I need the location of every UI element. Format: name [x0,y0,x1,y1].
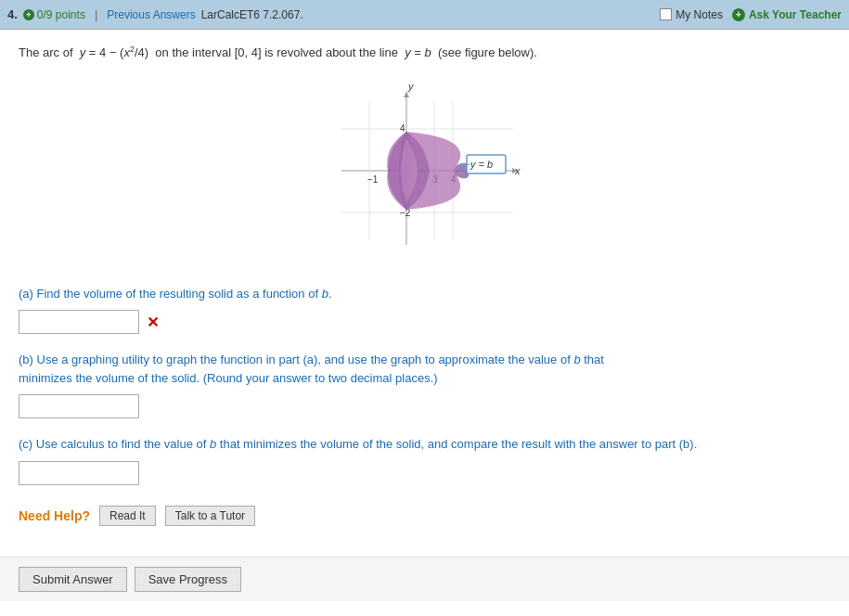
svg-text:y = b: y = b [470,159,493,170]
read-it-button[interactable]: Read It [99,506,156,526]
part-b-letter: (b) [19,353,33,366]
submit-answer-button[interactable]: Submit Answer [19,567,127,592]
part-a-end: . [328,287,332,301]
points-text: 0/9 points [37,8,85,21]
points-badge: + 0/9 points [23,8,85,21]
points-icon: + [23,9,34,20]
part-b-text: Use a graphing utility to graph the func… [19,353,604,385]
prev-answers-link[interactable]: Previous Answers [107,8,195,21]
figure-container: y x 4 −1 3 4 −2 [295,73,555,268]
svg-text:y: y [407,81,415,92]
talk-to-tutor-button[interactable]: Talk to a Tutor [165,506,255,526]
part-a-error-icon: ✕ [147,314,159,331]
svg-text:−1: −1 [367,174,379,185]
part-a-text: Find the volume of the resulting solid a… [37,287,322,301]
svg-marker-15 [404,92,409,97]
ask-teacher-button[interactable]: + Ask Your Teacher [732,8,842,21]
separator: | [95,7,97,21]
notes-label: My Notes [675,8,723,21]
part-c-label: (c) Use calculus to find the value of b … [19,435,830,454]
footer-section: Submit Answer Save Progress [0,557,849,601]
ask-teacher-icon: + [732,8,745,21]
notes-checkbox[interactable] [660,8,672,20]
problem-statement: The arc of y = 4 − (x2/4) on the interva… [19,44,830,62]
need-help-label: Need Help? [19,508,90,523]
my-notes-button[interactable]: My Notes [660,8,723,21]
save-progress-button[interactable]: Save Progress [135,567,241,592]
part-a-letter: (a) [19,287,33,301]
svg-text:4: 4 [400,123,405,134]
header-bar: 4. + 0/9 points | Previous Answers LarCa… [0,0,849,30]
part-b-input[interactable] [19,394,139,418]
header-left: 4. + 0/9 points | Previous Answers LarCa… [7,7,660,21]
textbook-ref: LarCalcET6 7.2.067. [201,8,303,21]
part-a-italic: b [322,287,328,301]
question-number: 4. [7,7,18,21]
part-c-letter: (c) [19,437,32,451]
content-area: The arc of y = 4 − (x2/4) on the interva… [0,30,849,540]
figure-svg: y x 4 −1 3 4 −2 [295,73,555,268]
part-b-label: (b) Use a graphing utility to graph the … [19,351,830,387]
part-a-input[interactable] [19,310,139,334]
part-c-input-row [19,461,830,485]
part-b-input-row [19,394,830,418]
part-c-text: Use calculus to find the value of b that… [36,437,697,451]
part-c-input[interactable] [19,461,139,485]
need-help-section: Need Help? Read It Talk to a Tutor [19,506,830,526]
ask-teacher-label: Ask Your Teacher [749,8,842,21]
header-right: My Notes + Ask Your Teacher [660,8,842,21]
part-a-label: (a) Find the volume of the resulting sol… [19,285,830,303]
part-a-input-row: ✕ [19,310,830,334]
